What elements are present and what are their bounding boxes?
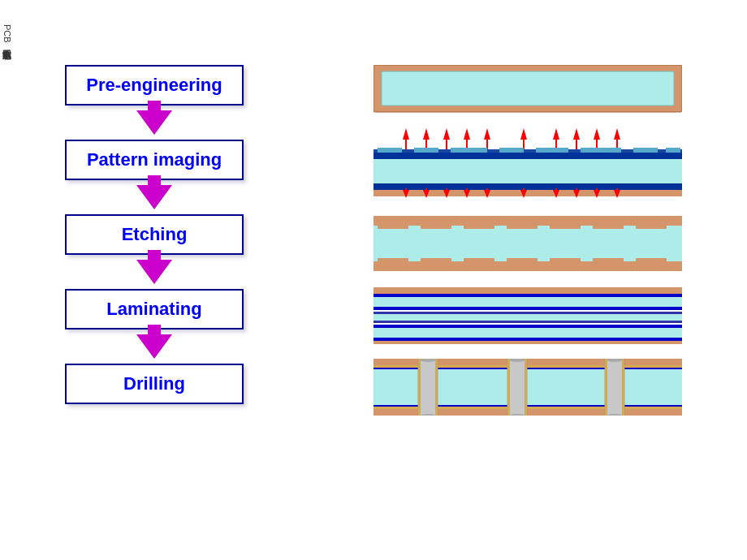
svg-rect-102 <box>605 359 624 416</box>
svg-marker-4 <box>423 128 430 140</box>
svg-rect-24 <box>414 148 438 153</box>
svg-rect-82 <box>374 328 682 338</box>
step-laminating: Laminating <box>65 289 244 330</box>
svg-rect-1 <box>382 71 674 106</box>
svg-rect-79 <box>374 314 682 321</box>
svg-marker-8 <box>464 128 470 140</box>
svg-marker-6 <box>443 128 450 140</box>
diagrams-panel <box>374 65 682 416</box>
svg-marker-18 <box>594 128 600 140</box>
svg-rect-26 <box>499 148 524 153</box>
arrow-2 <box>136 185 172 209</box>
svg-rect-76 <box>374 297 682 307</box>
svg-rect-96 <box>435 359 438 416</box>
laminating-diagram <box>374 287 682 344</box>
svg-rect-25 <box>451 148 487 153</box>
svg-rect-74 <box>374 287 682 294</box>
svg-marker-14 <box>553 128 559 140</box>
svg-rect-92 <box>418 359 438 416</box>
svg-rect-78 <box>374 312 682 314</box>
svg-marker-20 <box>614 128 620 140</box>
svg-rect-29 <box>633 148 658 153</box>
svg-rect-7 <box>446 140 447 149</box>
svg-rect-75 <box>374 294 682 297</box>
drilling-diagram <box>374 359 682 416</box>
arrow-1 <box>136 110 172 135</box>
sidebar-label: PCB制造工艺流程示意图 <box>2 24 12 43</box>
svg-rect-23 <box>378 148 402 153</box>
svg-rect-95 <box>418 359 421 416</box>
svg-marker-12 <box>520 128 527 140</box>
svg-rect-30 <box>666 148 680 153</box>
svg-rect-84 <box>374 341 682 344</box>
step-pattern-imaging: Pattern imaging <box>65 140 244 180</box>
svg-rect-77 <box>374 307 682 310</box>
svg-rect-3 <box>405 140 407 149</box>
svg-rect-34 <box>374 183 682 190</box>
svg-rect-72 <box>374 216 682 224</box>
svg-marker-16 <box>573 128 580 140</box>
svg-rect-57 <box>374 226 682 261</box>
step-etching: Etching <box>65 214 244 255</box>
pre-engineering-diagram <box>374 65 682 114</box>
arrow-4 <box>136 334 172 359</box>
svg-marker-2 <box>403 128 409 140</box>
step-drilling: Drilling <box>65 364 244 404</box>
svg-rect-106 <box>622 359 624 416</box>
arrow-3 <box>136 260 172 284</box>
svg-rect-35 <box>374 190 682 196</box>
svg-rect-81 <box>374 325 682 328</box>
etching-diagram <box>374 216 682 273</box>
svg-rect-33 <box>374 159 682 183</box>
pattern-imaging-diagram <box>374 128 682 201</box>
svg-marker-10 <box>484 128 490 140</box>
step-pre-engineering: Pre-engineering <box>65 65 244 106</box>
svg-rect-101 <box>525 359 527 416</box>
svg-rect-28 <box>581 148 621 153</box>
svg-rect-32 <box>374 153 682 159</box>
svg-rect-73 <box>374 263 682 271</box>
svg-rect-17 <box>576 140 577 149</box>
svg-rect-97 <box>507 359 527 416</box>
flowchart: Pre-engineering Pattern imaging Etching … <box>65 65 244 404</box>
svg-rect-100 <box>507 359 510 416</box>
svg-rect-83 <box>374 338 682 341</box>
svg-rect-80 <box>374 321 682 323</box>
svg-rect-105 <box>605 359 607 416</box>
svg-rect-27 <box>536 148 568 153</box>
